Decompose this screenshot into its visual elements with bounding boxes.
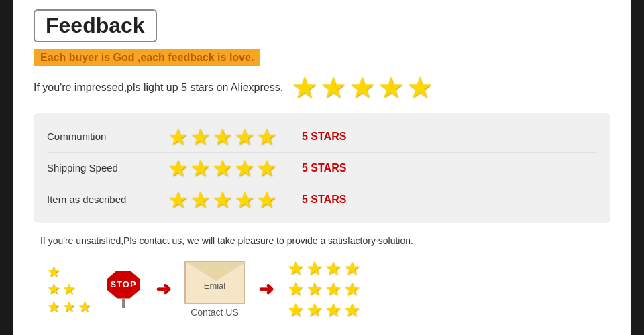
star-2: ★ xyxy=(320,73,346,103)
envelope-icon: Emial xyxy=(184,261,245,304)
process-row: ★ ★ ★ ★ ★ ★ STOP ➜ Emial Contact US xyxy=(34,259,610,320)
large-stars: ★ ★ ★ ★ ★ xyxy=(291,73,433,103)
star-3: ★ xyxy=(349,73,375,103)
feedback-card: Feedback Each buyer is God ,each feedbac… xyxy=(13,0,631,335)
row-badge-2: 5 STARS xyxy=(302,194,346,206)
star-1: ★ xyxy=(291,73,317,103)
initial-stars: ★ ★ ★ ★ ★ ★ xyxy=(47,265,91,314)
row-stars-1: ★ ★ ★ ★ ★ xyxy=(168,157,302,180)
page-title: Feedback xyxy=(34,9,157,42)
final-stars: ★ ★ ★ ★ ★ ★ ★ ★ ★ ★ ★ ★ xyxy=(287,259,360,320)
table-row: Communition ★ ★ ★ ★ ★ 5 STARS xyxy=(47,121,597,153)
row-stars-2: ★ ★ ★ ★ ★ xyxy=(168,188,302,211)
contact-block: Emial Contact US xyxy=(184,261,245,318)
row-badge-1: 5 STARS xyxy=(302,162,346,174)
row-label-0: Communition xyxy=(47,131,168,142)
star-5: ★ xyxy=(407,73,433,103)
table-row: Item as described ★ ★ ★ ★ ★ 5 STARS xyxy=(47,184,597,215)
impressed-text: If you're impressed,pls light up 5 stars… xyxy=(34,82,283,94)
row-stars-0: ★ ★ ★ ★ ★ xyxy=(168,125,302,148)
arrow-1: ➜ xyxy=(156,278,171,300)
row-label-1: Shipping Speed xyxy=(47,162,168,174)
stop-text: STOP xyxy=(107,271,140,299)
contact-text: Contact US xyxy=(191,307,239,318)
stop-pole xyxy=(122,299,125,308)
arrow-2: ➜ xyxy=(258,278,274,300)
row-badge-0: 5 STARS xyxy=(302,131,346,143)
impressed-row: If you're impressed,pls light up 5 stars… xyxy=(34,73,610,103)
unsatisfied-text: If you're unsatisfied,Pls contact us, we… xyxy=(34,235,610,246)
tagline-text: Each buyer is God ,each feedback is love… xyxy=(34,49,260,66)
table-row: Shipping Speed ★ ★ ★ ★ ★ 5 STARS xyxy=(47,153,597,184)
star-4: ★ xyxy=(378,73,404,103)
stop-sign: STOP xyxy=(105,271,142,308)
ratings-table: Communition ★ ★ ★ ★ ★ 5 STARS Shipping S… xyxy=(34,113,610,223)
envelope-label: Emial xyxy=(204,281,226,291)
row-label-2: Item as described xyxy=(47,194,168,205)
